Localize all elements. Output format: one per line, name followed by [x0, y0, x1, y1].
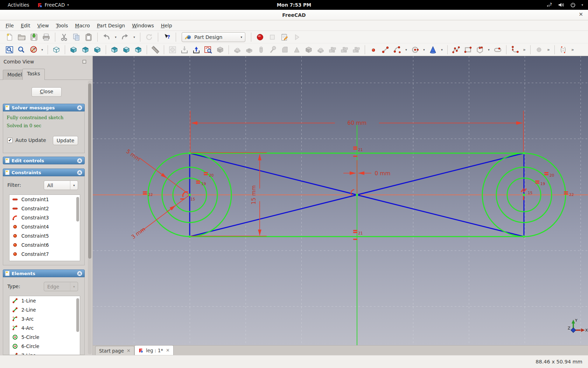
list-item[interactable]: Constraint3 — [9, 213, 80, 222]
left-view-button[interactable] — [133, 45, 144, 55]
circle-menu-caret[interactable]: ▾ — [422, 48, 426, 52]
measure-distance-button[interactable] — [150, 45, 161, 55]
collapse-icon[interactable] — [77, 170, 82, 175]
menu-view[interactable]: View — [34, 21, 52, 30]
list-item[interactable]: 7-Line — [9, 351, 80, 355]
list-item[interactable]: Constraint2 — [9, 204, 80, 213]
panel-scrollbar[interactable] — [88, 81, 92, 354]
float-panel-icon[interactable] — [83, 60, 86, 63]
create-slot-button[interactable] — [492, 45, 503, 55]
activities-button[interactable]: Activities — [8, 2, 29, 8]
workbench-selector[interactable]: Part Design ▾ — [182, 32, 245, 42]
list-item[interactable]: Constraint5 — [9, 231, 80, 240]
list-item[interactable]: 2-Line — [9, 305, 80, 314]
elements-list[interactable]: 1-Line 2-Line 3-Arc 4-Arc 5-Circle 6-Cir… — [9, 296, 80, 355]
view-sketch-button[interactable] — [203, 45, 214, 55]
create-arc-button[interactable] — [392, 45, 402, 55]
close-task-button[interactable]: Close — [31, 87, 62, 97]
solver-messages-header[interactable]: Solver messages — [3, 104, 85, 111]
create-fillet-button[interactable] — [510, 45, 520, 55]
leave-sketch-button[interactable] — [191, 45, 202, 55]
update-button[interactable]: Update — [53, 136, 78, 145]
bottom-view-button[interactable] — [121, 45, 132, 55]
list-item[interactable]: Constraint7 — [9, 250, 80, 259]
collapse-icon[interactable] — [77, 271, 82, 276]
rear-view-button[interactable] — [109, 45, 120, 55]
list-item[interactable]: Constraint1 — [9, 195, 80, 204]
list-item[interactable]: 6-Circle — [9, 342, 80, 351]
auto-update-checkbox[interactable]: ✔ — [7, 138, 13, 143]
close-icon[interactable]: ✕ — [166, 348, 170, 353]
toolbar-overflow-button[interactable]: » — [546, 47, 551, 52]
polygon-menu-caret[interactable]: ▾ — [486, 48, 491, 52]
list-item[interactable]: 1-Line — [9, 296, 80, 305]
window-close-button[interactable]: ✕ — [579, 11, 583, 18]
menu-tools[interactable]: Tools — [52, 21, 72, 30]
draw-style-caret[interactable]: ▾ — [40, 48, 44, 52]
front-view-button[interactable] — [68, 45, 79, 55]
list-item[interactable]: 3-Arc — [9, 314, 80, 323]
collapse-icon[interactable] — [77, 158, 82, 163]
constraints-header[interactable]: Constraints — [3, 169, 85, 176]
redo-menu-caret[interactable]: ▾ — [132, 35, 136, 39]
cut-button[interactable] — [59, 32, 69, 42]
constraints-list[interactable]: Constraint1 Constraint2 Constraint3 Cons… — [9, 195, 80, 261]
draw-style-button[interactable] — [28, 45, 38, 55]
new-document-button[interactable] — [4, 32, 15, 42]
menu-file[interactable]: File — [2, 21, 17, 30]
open-document-button[interactable] — [16, 32, 27, 42]
edit-controls-header[interactable]: Edit controls — [3, 157, 85, 164]
list-scrollbar[interactable] — [76, 298, 79, 332]
menu-windows[interactable]: Windows — [128, 21, 158, 30]
tab-document-leg[interactable]: leg : 1* ✕ — [134, 345, 174, 355]
create-point-button[interactable] — [368, 45, 379, 55]
tab-tasks[interactable]: Tasks — [22, 69, 45, 80]
axonometric-view-button[interactable] — [51, 45, 62, 55]
edit-macro-button[interactable] — [279, 32, 290, 42]
right-view-button[interactable] — [92, 45, 103, 55]
list-scrollbar[interactable] — [76, 197, 79, 222]
collapse-icon[interactable] — [77, 105, 82, 110]
list-item[interactable]: 5-Circle — [9, 333, 80, 342]
clock[interactable]: Mon 7:53 PM — [277, 2, 312, 8]
save-document-button[interactable] — [29, 32, 39, 42]
list-item[interactable]: 4-Arc — [9, 323, 80, 333]
undo-button[interactable] — [101, 32, 112, 42]
fit-selection-button[interactable] — [16, 45, 27, 55]
arc-menu-caret[interactable]: ▾ — [404, 48, 408, 52]
menu-part-design[interactable]: Part Design — [93, 21, 128, 30]
create-circle-button[interactable] — [410, 45, 420, 55]
undo-menu-caret[interactable]: ▾ — [113, 35, 118, 39]
create-rectangle-button[interactable] — [463, 45, 473, 55]
record-macro-button[interactable] — [255, 32, 265, 42]
app-menu-button[interactable]: FreeCAD ▾ — [37, 2, 69, 8]
create-line-button[interactable] — [380, 45, 391, 55]
fit-all-button[interactable] — [4, 45, 15, 55]
menu-macro[interactable]: Macro — [71, 21, 93, 30]
close-icon[interactable]: ✕ — [127, 348, 131, 353]
dimensions[interactable] — [140, 111, 524, 236]
toolbar-overflow-button[interactable]: » — [522, 47, 527, 52]
toolbar-overflow-button[interactable]: » — [570, 47, 575, 52]
create-polygon-button[interactable] — [475, 45, 485, 55]
3d-viewport[interactable]: 60 mm 15 mm 0 mm 5 mm 3 mm 21 21 22 20 1… — [93, 56, 588, 345]
menu-help[interactable]: Help — [158, 21, 176, 30]
paste-button[interactable] — [83, 32, 94, 42]
chevron-down-icon[interactable]: ▾ — [581, 3, 583, 7]
create-polyline-button[interactable] — [451, 45, 461, 55]
top-view-button[interactable] — [80, 45, 91, 55]
menu-edit[interactable]: Edit — [17, 21, 34, 30]
dimension-labels[interactable]: 60 mm 15 mm 0 mm 5 mm 3 mm — [125, 120, 390, 240]
conic-menu-caret[interactable]: ▾ — [440, 48, 444, 52]
tab-start-page[interactable]: Start page ✕ — [95, 346, 134, 355]
list-item[interactable]: Constraint4 — [9, 222, 80, 231]
list-item[interactable]: Constraint8 — [9, 259, 80, 261]
whats-this-button[interactable] — [162, 32, 172, 42]
print-button[interactable] — [41, 32, 51, 42]
copy-button[interactable] — [71, 32, 82, 42]
constraint-filter-dropdown[interactable]: All ▾ — [44, 180, 78, 190]
redo-button[interactable] — [120, 32, 130, 42]
trim-edge-button[interactable] — [558, 45, 568, 55]
list-item[interactable]: Constraint6 — [9, 240, 80, 250]
create-conic-button[interactable] — [428, 45, 438, 55]
